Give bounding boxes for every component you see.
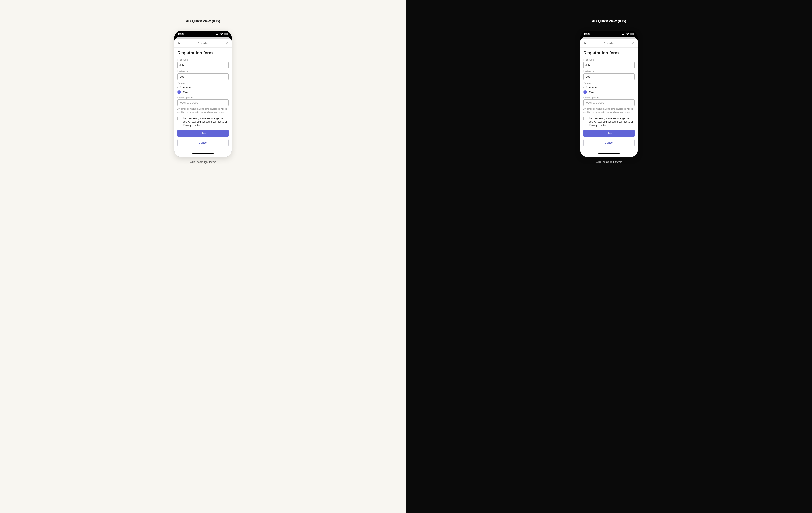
- phone-input[interactable]: [177, 100, 229, 106]
- gender-option-female[interactable]: Female: [177, 85, 229, 90]
- cancel-button[interactable]: Cancel: [583, 139, 635, 146]
- status-bar: 10:28: [580, 31, 638, 37]
- radio-indicator: [177, 90, 181, 94]
- battery-icon: [224, 33, 228, 35]
- status-time: 10:28: [178, 33, 184, 35]
- phone-label: Contact phone: [177, 96, 229, 99]
- phone-input[interactable]: [583, 100, 635, 106]
- svg-rect-7: [622, 34, 623, 35]
- radio-label: Female: [183, 86, 192, 89]
- battery-icon: [630, 33, 634, 35]
- consent-checkbox-row[interactable]: By continuing, you acknowledge that you'…: [177, 117, 229, 127]
- consent-text: By continuing, you acknowledge that you'…: [589, 117, 635, 127]
- gender-label: Gender: [583, 82, 635, 84]
- svg-rect-9: [624, 34, 625, 35]
- panel-title: AC Quick view (iOS): [592, 19, 626, 23]
- caption: With Teams dark theme: [596, 161, 622, 164]
- wifi-icon: [626, 33, 629, 35]
- sheet-header: Booster: [580, 38, 638, 48]
- sheet-header: Booster: [174, 38, 232, 48]
- svg-rect-3: [219, 33, 219, 35]
- last-name-label: Last name: [177, 70, 229, 73]
- modal-sheet: Booster Registration form First name Las…: [580, 38, 638, 157]
- device-frame-light: 10:28 Booster: [174, 31, 232, 157]
- gender-radio-group: Female Male: [177, 85, 229, 94]
- home-indicator[interactable]: [580, 151, 638, 157]
- status-bar: 10:28: [174, 31, 232, 37]
- home-indicator-bar: [193, 153, 213, 154]
- svg-rect-10: [625, 33, 625, 35]
- gender-option-female[interactable]: Female: [583, 85, 635, 90]
- gender-option-male[interactable]: Male: [177, 90, 229, 94]
- status-time: 10:28: [584, 33, 590, 35]
- last-name-input[interactable]: [583, 74, 635, 80]
- svg-rect-6: [228, 34, 228, 34]
- close-icon[interactable]: [583, 41, 587, 45]
- open-external-icon[interactable]: [631, 41, 635, 45]
- modal-sheet: Booster Registration form First name Las…: [174, 38, 232, 157]
- phone-helper-text: An email containing a one-time passcode …: [177, 107, 229, 114]
- radio-label: Male: [589, 90, 595, 94]
- consent-checkbox-row[interactable]: By continuing, you acknowledge that you'…: [583, 117, 635, 127]
- sheet-title: Booster: [604, 42, 615, 45]
- submit-button[interactable]: Submit: [177, 130, 229, 137]
- dark-theme-panel: AC Quick view (iOS) 10:28: [406, 0, 812, 513]
- svg-rect-13: [634, 34, 634, 34]
- radio-indicator: [583, 90, 587, 94]
- radio-indicator: [583, 86, 587, 89]
- open-external-icon[interactable]: [225, 41, 229, 45]
- svg-rect-5: [224, 34, 227, 35]
- radio-indicator: [177, 86, 181, 89]
- svg-rect-8: [623, 34, 624, 35]
- light-theme-panel: AC Quick view (iOS) 10:28: [0, 0, 406, 513]
- submit-button[interactable]: Submit: [583, 130, 635, 137]
- sheet-body: Registration form First name Last name G…: [174, 48, 232, 151]
- form-title: Registration form: [177, 51, 229, 55]
- first-name-input[interactable]: [583, 62, 635, 69]
- close-icon[interactable]: [177, 41, 181, 45]
- first-name-label: First name: [177, 58, 229, 61]
- gender-label: Gender: [177, 82, 229, 84]
- consent-checkbox: [177, 117, 181, 120]
- home-indicator[interactable]: [174, 151, 232, 157]
- caption: With Teams light theme: [190, 161, 216, 164]
- svg-rect-2: [218, 34, 219, 35]
- consent-checkbox: [583, 117, 587, 120]
- phone-helper-text: An email containing a one-time passcode …: [583, 107, 635, 114]
- form-title: Registration form: [583, 51, 635, 55]
- svg-rect-0: [216, 34, 217, 35]
- last-name-input[interactable]: [177, 74, 229, 80]
- signal-icon: [216, 33, 219, 35]
- device-frame-dark: 10:28 Booster: [580, 31, 638, 157]
- sheet-body: Registration form First name Last name G…: [580, 48, 638, 151]
- sheet-title: Booster: [198, 42, 209, 45]
- svg-rect-1: [217, 34, 218, 35]
- last-name-label: Last name: [583, 70, 635, 73]
- wifi-icon: [220, 33, 223, 35]
- panel-title: AC Quick view (iOS): [186, 19, 220, 23]
- phone-label: Contact phone: [583, 96, 635, 99]
- first-name-input[interactable]: [177, 62, 229, 69]
- radio-label: Female: [589, 86, 598, 89]
- home-indicator-bar: [599, 153, 619, 154]
- cancel-button[interactable]: Cancel: [177, 139, 229, 146]
- consent-text: By continuing, you acknowledge that you'…: [183, 117, 229, 127]
- radio-label: Male: [183, 90, 189, 94]
- svg-rect-12: [630, 34, 633, 35]
- gender-radio-group: Female Male: [583, 85, 635, 94]
- gender-option-male[interactable]: Male: [583, 90, 635, 94]
- first-name-label: First name: [583, 58, 635, 61]
- signal-icon: [622, 33, 625, 35]
